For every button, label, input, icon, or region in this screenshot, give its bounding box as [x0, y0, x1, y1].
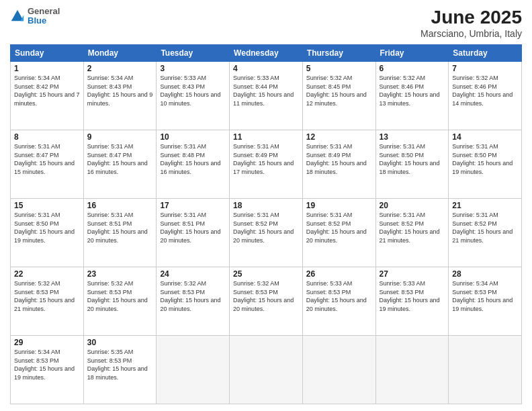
table-row: 18Sunrise: 5:31 AMSunset: 8:52 PMDayligh…	[230, 199, 303, 267]
col-friday: Friday	[375, 45, 449, 62]
table-row: 16Sunrise: 5:31 AMSunset: 8:51 PMDayligh…	[83, 199, 157, 267]
logo-general: General	[28, 7, 60, 16]
header-row: Sunday Monday Tuesday Wednesday Thursday…	[11, 45, 522, 62]
table-row: 20Sunrise: 5:31 AMSunset: 8:52 PMDayligh…	[375, 199, 449, 267]
calendar-title: June 2025	[420, 7, 522, 28]
table-row	[230, 336, 303, 404]
logo-text: General Blue	[28, 7, 60, 26]
table-row: 17Sunrise: 5:31 AMSunset: 8:51 PMDayligh…	[157, 199, 230, 267]
col-monday: Monday	[83, 45, 157, 62]
table-row	[375, 336, 449, 404]
logo-blue: Blue	[28, 16, 60, 26]
table-row: 7Sunrise: 5:32 AMSunset: 8:46 PMDaylight…	[449, 62, 522, 130]
table-row	[157, 336, 230, 404]
table-row: 21Sunrise: 5:31 AMSunset: 8:52 PMDayligh…	[449, 199, 522, 267]
col-thursday: Thursday	[302, 45, 375, 62]
table-row: 4Sunrise: 5:33 AMSunset: 8:44 PMDaylight…	[230, 62, 303, 130]
header: General Blue June 2025 Marsciano, Umbria…	[10, 7, 522, 39]
table-row: 19Sunrise: 5:31 AMSunset: 8:52 PMDayligh…	[302, 199, 375, 267]
col-saturday: Saturday	[449, 45, 522, 62]
table-row: 13Sunrise: 5:31 AMSunset: 8:50 PMDayligh…	[375, 130, 449, 199]
table-row: 12Sunrise: 5:31 AMSunset: 8:49 PMDayligh…	[302, 130, 375, 199]
col-wednesday: Wednesday	[230, 45, 303, 62]
calendar-subtitle: Marsciano, Umbria, Italy	[420, 28, 522, 39]
col-sunday: Sunday	[11, 45, 84, 62]
table-row: 24Sunrise: 5:32 AMSunset: 8:53 PMDayligh…	[157, 267, 230, 336]
calendar-row: 1Sunrise: 5:34 AMSunset: 8:42 PMDaylight…	[11, 62, 522, 130]
table-row: 8Sunrise: 5:31 AMSunset: 8:47 PMDaylight…	[11, 130, 84, 199]
logo-icon	[10, 9, 25, 24]
table-row: 27Sunrise: 5:33 AMSunset: 8:53 PMDayligh…	[375, 267, 449, 336]
table-row: 5Sunrise: 5:32 AMSunset: 8:45 PMDaylight…	[302, 62, 375, 130]
table-row: 25Sunrise: 5:32 AMSunset: 8:53 PMDayligh…	[230, 267, 303, 336]
calendar-table: Sunday Monday Tuesday Wednesday Thursday…	[10, 44, 522, 404]
table-row: 9Sunrise: 5:31 AMSunset: 8:47 PMDaylight…	[83, 130, 157, 199]
table-row: 2Sunrise: 5:34 AMSunset: 8:43 PMDaylight…	[83, 62, 157, 130]
table-row	[302, 336, 375, 404]
table-row: 22Sunrise: 5:32 AMSunset: 8:53 PMDayligh…	[11, 267, 84, 336]
calendar-row: 22Sunrise: 5:32 AMSunset: 8:53 PMDayligh…	[11, 267, 522, 336]
calendar-row: 15Sunrise: 5:31 AMSunset: 8:50 PMDayligh…	[11, 199, 522, 267]
table-row: 23Sunrise: 5:32 AMSunset: 8:53 PMDayligh…	[83, 267, 157, 336]
table-row: 11Sunrise: 5:31 AMSunset: 8:49 PMDayligh…	[230, 130, 303, 199]
table-row: 26Sunrise: 5:33 AMSunset: 8:53 PMDayligh…	[302, 267, 375, 336]
table-row: 1Sunrise: 5:34 AMSunset: 8:42 PMDaylight…	[11, 62, 84, 130]
calendar-row: 8Sunrise: 5:31 AMSunset: 8:47 PMDaylight…	[11, 130, 522, 199]
table-row: 15Sunrise: 5:31 AMSunset: 8:50 PMDayligh…	[11, 199, 84, 267]
calendar-row: 29Sunrise: 5:34 AMSunset: 8:53 PMDayligh…	[11, 336, 522, 404]
page: General Blue June 2025 Marsciano, Umbria…	[0, 0, 532, 411]
table-row: 14Sunrise: 5:31 AMSunset: 8:50 PMDayligh…	[449, 130, 522, 199]
title-block: June 2025 Marsciano, Umbria, Italy	[420, 7, 522, 39]
table-row: 6Sunrise: 5:32 AMSunset: 8:46 PMDaylight…	[375, 62, 449, 130]
table-row: 3Sunrise: 5:33 AMSunset: 8:43 PMDaylight…	[157, 62, 230, 130]
logo: General Blue	[10, 7, 60, 26]
col-tuesday: Tuesday	[157, 45, 230, 62]
table-row: 30Sunrise: 5:35 AMSunset: 8:53 PMDayligh…	[83, 336, 157, 404]
table-row: 29Sunrise: 5:34 AMSunset: 8:53 PMDayligh…	[11, 336, 84, 404]
table-row: 10Sunrise: 5:31 AMSunset: 8:48 PMDayligh…	[157, 130, 230, 199]
table-row	[449, 336, 522, 404]
table-row: 28Sunrise: 5:34 AMSunset: 8:53 PMDayligh…	[449, 267, 522, 336]
